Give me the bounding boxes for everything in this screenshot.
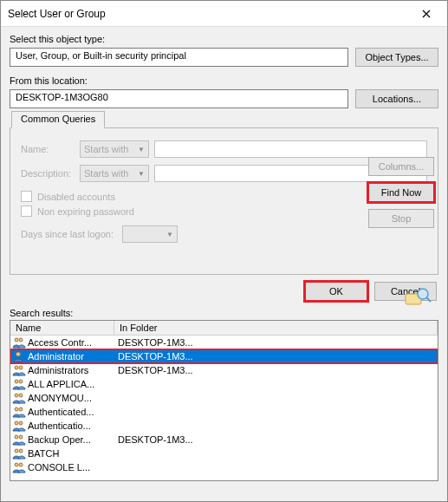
query-actions: Columns... Find Now Stop <box>368 157 434 228</box>
titlebar: Select User or Group <box>1 1 447 27</box>
dialog-actions: OK Cancel <box>10 282 438 301</box>
location-label: From this location: <box>10 75 438 86</box>
chevron-down-icon: ▼ <box>138 146 145 153</box>
close-button[interactable] <box>409 2 444 26</box>
checkbox-icon <box>21 205 32 217</box>
table-row[interactable]: AdministratorDESKTOP-1M3... <box>10 349 438 363</box>
row-folder: DESKTOP-1M3... <box>114 434 436 445</box>
column-folder[interactable]: In Folder <box>114 321 438 335</box>
name-filter-mode[interactable]: Starts with ▼ <box>80 140 149 158</box>
row-folder: DESKTOP-1M3... <box>114 351 436 362</box>
svg-point-5 <box>16 352 21 356</box>
days-since-logon-label: Days since last logon: <box>21 229 114 239</box>
svg-point-7 <box>19 366 23 369</box>
group-icon <box>12 364 26 376</box>
disabled-accounts-check[interactable]: Disabled accounts <box>21 191 427 202</box>
columns-button[interactable]: Columns... <box>368 157 434 176</box>
location-field[interactable]: DESKTOP-1M3OG80 <box>10 89 348 108</box>
desc-filter-label: Description: <box>21 168 75 179</box>
object-type-field[interactable]: User, Group, or Built-in security princi… <box>10 48 348 67</box>
chevron-down-icon: ▼ <box>138 170 145 178</box>
svg-point-4 <box>19 338 23 342</box>
checkbox-icon <box>21 191 32 202</box>
table-row[interactable]: ANONYMOU... <box>10 391 438 405</box>
non-expiring-check[interactable]: Non expiring password <box>21 205 427 217</box>
row-name: ANONYMOU... <box>28 393 114 403</box>
svg-line-2 <box>426 297 431 302</box>
table-row[interactable]: Authenticatio... <box>10 419 438 433</box>
group-icon <box>12 336 26 349</box>
chevron-down-icon: ▼ <box>166 231 173 238</box>
object-types-button[interactable]: Object Types... <box>355 48 438 67</box>
svg-point-14 <box>15 421 18 425</box>
locations-button[interactable]: Locations... <box>355 89 438 108</box>
svg-point-11 <box>19 394 23 397</box>
svg-point-19 <box>19 449 23 453</box>
group-icon <box>12 461 26 473</box>
row-name: Authenticated... <box>28 407 114 417</box>
svg-point-21 <box>19 463 23 466</box>
find-now-button[interactable]: Find Now <box>368 183 434 202</box>
days-since-logon-select[interactable]: ▼ <box>122 225 178 243</box>
group-icon <box>12 434 26 446</box>
desc-filter-mode[interactable]: Starts with ▼ <box>80 165 149 182</box>
svg-point-20 <box>15 463 18 466</box>
dialog-body: Select this object type: User, Group, or… <box>1 27 447 486</box>
name-filter-label: Name: <box>21 144 75 154</box>
table-row[interactable]: Backup Oper...DESKTOP-1M3... <box>10 433 438 447</box>
close-icon <box>422 10 431 18</box>
table-row[interactable]: CONSOLE L... <box>10 460 438 474</box>
svg-point-17 <box>19 435 23 439</box>
table-row[interactable]: AdministratorsDESKTOP-1M3... <box>10 363 438 377</box>
results-body[interactable]: Access Contr...DESKTOP-1M3...Administrat… <box>10 336 438 480</box>
svg-point-12 <box>15 407 18 411</box>
svg-point-9 <box>19 380 23 383</box>
row-name: Authenticatio... <box>28 421 114 431</box>
ok-button[interactable]: OK <box>305 282 367 301</box>
row-name: Access Contr... <box>28 337 114 348</box>
row-name: ALL APPLICA... <box>28 379 114 389</box>
row-name: Administrator <box>28 351 114 362</box>
group-icon <box>12 406 26 418</box>
table-row[interactable]: ALL APPLICA... <box>10 377 438 391</box>
name-filter-input[interactable] <box>154 140 427 158</box>
search-results-label: Search results: <box>10 308 438 318</box>
column-name[interactable]: Name <box>10 321 114 335</box>
row-name: CONSOLE L... <box>28 462 114 473</box>
group-icon <box>12 420 26 432</box>
user-icon <box>12 350 26 362</box>
group-icon <box>12 447 26 460</box>
results-header: Name In Folder <box>10 321 438 336</box>
row-name: Backup Oper... <box>28 434 114 445</box>
svg-point-16 <box>15 435 18 439</box>
table-row[interactable]: BATCH <box>10 447 438 460</box>
svg-point-3 <box>15 338 18 342</box>
row-folder: DESKTOP-1M3... <box>114 337 436 348</box>
search-results-icon <box>404 287 432 304</box>
dialog-title: Select User or Group <box>8 8 409 20</box>
group-icon <box>12 392 26 404</box>
select-user-dialog: Select User or Group Select this object … <box>0 0 448 502</box>
row-folder: DESKTOP-1M3... <box>114 365 436 375</box>
results-list: Name In Folder Access Contr...DESKTOP-1M… <box>10 320 438 481</box>
svg-point-6 <box>15 366 18 369</box>
tab-common-queries[interactable]: Common Queries <box>11 111 105 128</box>
table-row[interactable]: Authenticated... <box>10 405 438 419</box>
row-name: Administrators <box>28 365 114 375</box>
svg-point-13 <box>19 407 23 411</box>
group-icon <box>12 378 26 390</box>
svg-point-8 <box>15 380 18 383</box>
svg-point-15 <box>19 421 23 425</box>
svg-point-10 <box>15 394 18 397</box>
table-row[interactable]: Access Contr...DESKTOP-1M3... <box>10 336 438 349</box>
row-name: BATCH <box>28 448 114 459</box>
stop-button[interactable]: Stop <box>368 209 434 228</box>
svg-point-18 <box>15 449 18 453</box>
object-type-label: Select this object type: <box>10 34 438 44</box>
